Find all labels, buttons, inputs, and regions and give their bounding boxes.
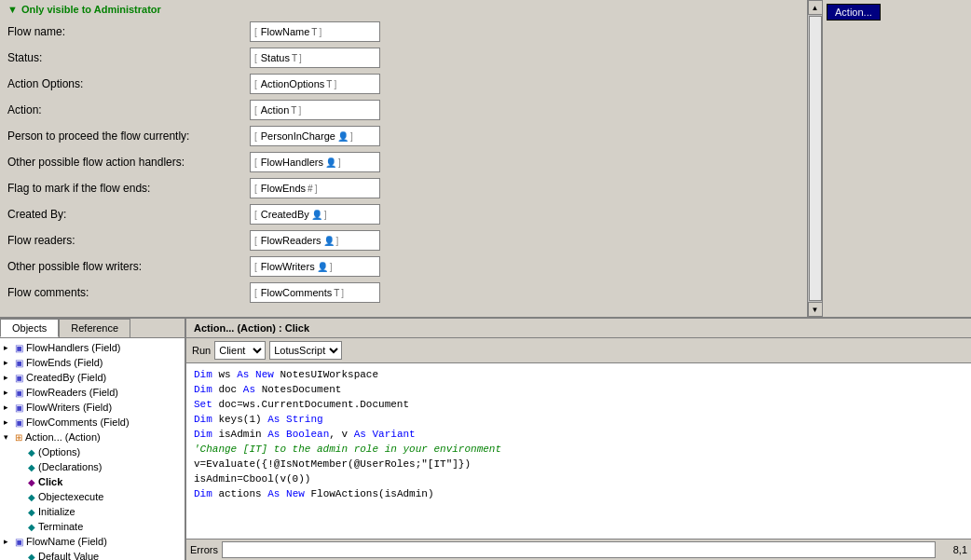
tree-toggle[interactable]: ▸: [4, 358, 13, 367]
tree-toggle[interactable]: ▸: [4, 403, 13, 412]
tree-item[interactable]: ◆(Declarations): [2, 459, 183, 474]
field-bracket-right: ]: [341, 288, 344, 298]
tree-item[interactable]: ◆(Options): [2, 444, 183, 459]
sub-icon: ◆: [28, 462, 35, 472]
tree-item[interactable]: ◆Click: [2, 474, 183, 489]
admin-bar-text: Only visible to Administrator: [21, 4, 161, 15]
form-row-field[interactable]: [FlowWriters👤]: [250, 256, 380, 277]
tree-item[interactable]: ◆Terminate: [2, 519, 183, 534]
scroll-track[interactable]: [809, 16, 822, 301]
run-select[interactable]: ClientServer: [214, 341, 266, 360]
tree-item-label: FlowHandlers (Field): [26, 342, 120, 353]
field-name: PersonInCharge: [261, 130, 335, 142]
field-name: FlowComments: [261, 287, 332, 298]
left-panel: Objects Reference ▸▣FlowHandlers (Field)…: [0, 319, 186, 560]
field-name: CreatedBy: [261, 209, 309, 220]
code-token: New: [255, 369, 274, 380]
form-row-field[interactable]: [ActionOptionsT]: [250, 74, 380, 94]
tree-item-label: FlowEnds (Field): [26, 357, 103, 368]
form-row-label: Other possible flow action handlers:: [7, 156, 250, 169]
tree-item[interactable]: ▸▣FlowHandlers (Field): [2, 340, 183, 355]
field-type-icon: T: [291, 105, 296, 116]
field-bracket-right: ]: [298, 105, 301, 116]
form-row-field[interactable]: [CreatedBy👤]: [250, 204, 380, 225]
field-type-icon: T: [292, 53, 297, 63]
tree-toggle[interactable]: ▸: [4, 343, 13, 352]
code-token: As: [267, 414, 280, 425]
field-name: FlowName: [261, 26, 310, 37]
field-bracket-left: [: [254, 288, 257, 298]
form-row-field[interactable]: [FlowCommentsT]: [250, 282, 380, 303]
tree-item-label: FlowComments (Field): [26, 417, 130, 428]
tree-item-label: Terminate: [38, 521, 83, 532]
tree-item[interactable]: ◆Initialize: [2, 504, 183, 519]
tree-container[interactable]: ▸▣FlowHandlers (Field)▸▣FlowEnds (Field)…: [0, 338, 185, 560]
sub-icon: ◆: [28, 447, 35, 458]
scroll-down-button[interactable]: ▼: [808, 302, 823, 317]
form-row-label: Flow name:: [7, 25, 250, 38]
form-row-label: Action:: [7, 103, 250, 116]
code-token: Boolean: [286, 429, 329, 440]
code-token: New: [286, 488, 305, 499]
form-row-field[interactable]: [FlowEnds#]: [250, 178, 380, 198]
code-token: NotesDocument: [255, 384, 341, 395]
tree-toggle[interactable]: ▸: [4, 388, 13, 397]
sub-icon: ◆: [28, 522, 35, 532]
tree-item-icon: ◆: [28, 446, 35, 458]
tree-item[interactable]: ▸▣FlowEnds (Field): [2, 355, 183, 370]
code-token: doc=ws.CurrentDocument.Document: [212, 399, 409, 410]
field-bracket-right: ]: [299, 53, 302, 63]
code-token: Dim: [194, 488, 212, 499]
tree-item[interactable]: ◆Objectexecute: [2, 489, 183, 504]
tree-toggle[interactable]: ▸: [4, 537, 13, 546]
lang-select[interactable]: LotusScriptJavaScriptFormula: [269, 341, 342, 360]
tree-item[interactable]: ▸▣FlowReaders (Field): [2, 385, 183, 400]
field-name: FlowHandlers: [261, 157, 323, 168]
field-bracket-right: ]: [330, 262, 333, 272]
tab-reference[interactable]: Reference: [59, 319, 130, 337]
field-type-icon: 👤: [323, 236, 335, 246]
action-button[interactable]: Action...: [827, 4, 881, 20]
code-line: v=Evaluate({!@IsNotMember(@UserRoles;"[I…: [194, 457, 964, 471]
form-rows: Flow name:[FlowNameT]Status:[StatusT]Act…: [7, 20, 800, 304]
tree-item-icon: ◆: [28, 461, 35, 472]
code-line: Dim keys(1) As String: [194, 412, 964, 427]
tab-objects[interactable]: Objects: [0, 319, 59, 337]
code-token: Dim: [194, 384, 212, 395]
tree-item[interactable]: ▸▣CreatedBy (Field): [2, 370, 183, 385]
field-name: FlowWriters: [261, 261, 315, 272]
form-row-label: Status:: [7, 51, 250, 64]
code-editor[interactable]: Dim ws As New NotesUIWorkspaceDim doc As…: [186, 363, 971, 539]
tree-toggle[interactable]: ▸: [4, 417, 13, 427]
tree-toggle[interactable]: ▾: [4, 432, 13, 442]
tree-item[interactable]: ▾⊞Action... (Action): [2, 430, 183, 444]
form-row-field[interactable]: [PersonInCharge👤]: [250, 126, 380, 146]
field-name: ActionOptions: [261, 78, 324, 89]
errors-input[interactable]: [222, 541, 936, 558]
scroll-up-button[interactable]: ▲: [808, 0, 823, 15]
tree-item[interactable]: ▸▣FlowWriters (Field): [2, 400, 183, 415]
tree-item-label: (Declarations): [38, 461, 102, 472]
form-row-field[interactable]: [ActionT]: [250, 100, 380, 120]
field-type-icon: #: [308, 184, 313, 194]
code-token: As: [267, 488, 280, 499]
tree-item[interactable]: ▸▣FlowComments (Field): [2, 415, 183, 430]
form-row-field[interactable]: [FlowReaders👤]: [250, 230, 380, 251]
form-row-label: Person to proceed the flow currently:: [7, 130, 250, 143]
tree-item[interactable]: ◆Default Value: [2, 549, 183, 560]
form-row-field[interactable]: [FlowNameT]: [250, 21, 380, 42]
tree-item[interactable]: ▸▣FlowName (Field): [2, 534, 183, 549]
form-scrollbar[interactable]: ▲ ▼: [807, 0, 822, 317]
code-token: As: [354, 429, 366, 440]
code-token: ws: [212, 369, 237, 380]
tree-toggle[interactable]: ▸: [4, 373, 13, 382]
form-row-field[interactable]: [StatusT]: [250, 48, 380, 68]
field-icon: ▣: [15, 358, 23, 368]
tree-item-icon: ▣: [15, 402, 23, 413]
form-row: Flow name:[FlowNameT]: [7, 20, 800, 43]
form-row-label: Other possible flow writers:: [7, 260, 250, 273]
form-row-field[interactable]: [FlowHandlers👤]: [250, 152, 380, 172]
sub-icon: ◆: [28, 507, 35, 517]
tree-item-label: Objectexecute: [38, 491, 103, 502]
field-name: Action: [261, 104, 290, 116]
